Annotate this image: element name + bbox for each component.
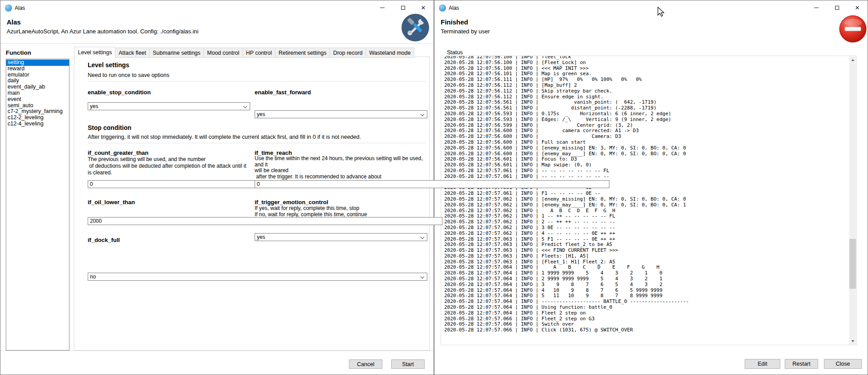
- minimize-icon: [814, 8, 819, 8]
- vertical-scrollbar[interactable]: [849, 56, 856, 344]
- enable-fast-forward-select[interactable]: yes: [255, 110, 427, 118]
- enable-stop-condition-select[interactable]: yes: [88, 102, 250, 110]
- log-line: 2020-05-28 12:07:57.061 | INFO | -- -- -…: [444, 168, 689, 174]
- enable-fast-forward-label: enable_fast_forward: [255, 89, 427, 96]
- footer-divider: [0, 351, 434, 351]
- sidebar-item[interactable]: c12-2_leveling: [6, 115, 69, 121]
- scrollbar-thumb[interactable]: [849, 239, 856, 289]
- settings-panel: Level settings Need to run once to save …: [74, 56, 430, 351]
- log-line: 2020-05-28 12:07:57.062 | INFO | 4 -- --…: [444, 231, 689, 237]
- tab[interactable]: Attack fleet: [115, 48, 150, 58]
- sidebar-item[interactable]: c12-4_leveling: [6, 121, 69, 127]
- log-line: 2020-05-28 12:07:57.063 | INFO | <<< FIN…: [444, 248, 689, 254]
- maximize-icon: [835, 6, 839, 10]
- status-subtitle: Terminated by user: [441, 28, 490, 35]
- tab[interactable]: Submarine settings: [149, 48, 204, 58]
- scroll-down-button[interactable]: [849, 338, 856, 344]
- wrench-screwdriver-icon: [402, 14, 429, 41]
- tab[interactable]: Drop record: [329, 48, 366, 58]
- maximize-icon: [401, 6, 405, 10]
- status-title: Finished: [441, 18, 490, 26]
- if-count-greater-than-desc: The previous setting will be used, and t…: [88, 156, 250, 176]
- tab[interactable]: HP control: [243, 48, 276, 58]
- log-line: 2020-05-28 12:07:57.064 | INFO | 3 9 8 7…: [444, 282, 689, 288]
- log-line: 2020-05-28 12:07:57.066 | INFO | Click (…: [444, 327, 689, 333]
- tab[interactable]: Mood control: [203, 48, 243, 58]
- if-dock-full-label: if_dock_full: [88, 237, 250, 243]
- restart-button[interactable]: Restart: [785, 359, 818, 369]
- sidebar-item[interactable]: main: [6, 90, 69, 97]
- if-trigger-emotion-control-select[interactable]: yes: [255, 233, 427, 241]
- section-title-stop-condition: Stop condition: [88, 124, 131, 131]
- sidebar-item[interactable]: reward: [6, 66, 69, 72]
- log-line: 2020-05-28 12:07:57.064 | INFO | 2 9999 …: [444, 276, 689, 282]
- function-list-label: Function: [6, 49, 31, 56]
- close-icon: ✕: [421, 5, 426, 11]
- titlebar[interactable]: Alas ✕: [0, 0, 434, 15]
- log-line: 2020-05-28 12:07:57.061 | INFO | -- -- -…: [444, 174, 689, 180]
- if-oil-lower-than-input[interactable]: [88, 217, 442, 225]
- if-trigger-emotion-control-label: if_trigger_emotion_control: [255, 199, 427, 206]
- alas-logo-icon: [5, 4, 12, 12]
- page-title: Alas: [7, 18, 199, 26]
- edit-button[interactable]: Edit: [745, 359, 780, 369]
- tab[interactable]: Level settings: [74, 47, 115, 58]
- log-line: 2020-05-28 12:07:56.112 | INFO | [Map_bu…: [444, 83, 689, 89]
- close-button[interactable]: ✕: [413, 0, 434, 15]
- maximize-button[interactable]: [393, 0, 413, 15]
- log-line: 2020-05-28 12:07:56.593 | INFO | 0.175s …: [444, 111, 689, 117]
- log-line: 2020-05-28 12:07:57.064 | INFO | Fleet 2…: [444, 310, 689, 316]
- tab[interactable]: Retirement settings: [275, 48, 330, 58]
- log-line: 2020-05-28 12:07:57.062 | INFO | [enemy_…: [444, 202, 689, 208]
- start-button[interactable]: Start: [391, 359, 425, 369]
- close-icon: ✕: [855, 5, 860, 11]
- alas-logo-icon: [439, 4, 446, 12]
- function-list[interactable]: settingrewardemulatordailyevent_daily_ab…: [6, 59, 69, 351]
- alas-settings-window: Alas ✕ Alas AzurLaneAutoScript, An Azur …: [0, 0, 434, 375]
- close-button[interactable]: ✕: [847, 0, 868, 15]
- mouse-cursor: [657, 7, 665, 20]
- if-oil-lower-than-label: if_oil_lower_than: [88, 199, 250, 206]
- section-subtitle-stop-condition: After triggering, it will not stop immed…: [88, 134, 427, 140]
- log-line: 2020-05-28 12:07:56.112 | INFO | Skip st…: [444, 89, 689, 94]
- log-text: 2020-05-28 12:07:56.100 | INFO | fleet_l…: [444, 56, 689, 333]
- sidebar-item[interactable]: semi_auto: [6, 103, 69, 109]
- chevron-down-icon: [243, 105, 247, 108]
- chevron-down-icon: [421, 235, 424, 239]
- log-line: 2020-05-28 12:07:56.100 | INFO | [Fleet_…: [444, 60, 689, 66]
- titlebar[interactable]: Alas ✕: [434, 0, 868, 15]
- if-trigger-emotion-control-desc: If yes, wait for reply, complete this ti…: [255, 206, 427, 218]
- log-line: 2020-05-28 12:07:57.061 | INFO | F1 -- -…: [444, 191, 689, 197]
- sidebar-item[interactable]: event_daily_ab: [6, 84, 69, 90]
- window-title: Alas: [449, 5, 459, 11]
- page-subtitle: AzurLaneAutoScript, An Azur Lane automat…: [7, 28, 199, 35]
- chevron-down-icon: [421, 275, 424, 278]
- enable-fast-forward-value: yes: [257, 111, 265, 117]
- log-panel: 2020-05-28 12:07:56.100 | INFO | fleet_l…: [441, 56, 857, 345]
- sidebar-item[interactable]: event: [6, 97, 69, 103]
- divider: [88, 81, 426, 82]
- chevron-down-icon: [421, 113, 424, 116]
- scroll-up-button[interactable]: [849, 56, 856, 63]
- log-line: 2020-05-28 12:07:57.063 | INFO | Fleets:…: [444, 254, 689, 259]
- maximize-button[interactable]: [827, 0, 847, 15]
- enable-stop-condition-label: enable_stop_condition: [88, 89, 250, 96]
- log-line: 2020-05-28 12:07:57.064 | INFO | Using f…: [444, 305, 689, 310]
- sidebar-item[interactable]: daily: [6, 78, 69, 84]
- if-dock-full-select[interactable]: no: [88, 273, 427, 281]
- minimize-button[interactable]: [806, 0, 827, 15]
- log-line: 2020-05-28 12:07:57.062 | INFO | 2 -- ++…: [444, 219, 689, 225]
- section-subtitle-level-settings: Need to run once to save options: [88, 72, 169, 78]
- if-time-reach-input[interactable]: [255, 180, 609, 188]
- log-line: 2020-05-28 12:07:57.062 | INFO | [enemy_…: [444, 197, 689, 202]
- sidebar-item[interactable]: c7-2_mystery_farming: [6, 109, 69, 115]
- if-count-greater-than-label: if_count_greater_than: [88, 149, 250, 156]
- tab[interactable]: Wasteland mode: [365, 48, 414, 58]
- minimize-button[interactable]: [372, 0, 393, 15]
- if-trigger-emotion-control-value: yes: [257, 234, 265, 240]
- sidebar-item[interactable]: setting: [6, 60, 69, 66]
- cancel-button[interactable]: Cancel: [349, 359, 382, 369]
- sidebar-item[interactable]: emulator: [6, 72, 69, 78]
- close-window-button[interactable]: Close: [824, 359, 862, 369]
- enable-stop-condition-value: yes: [90, 103, 98, 109]
